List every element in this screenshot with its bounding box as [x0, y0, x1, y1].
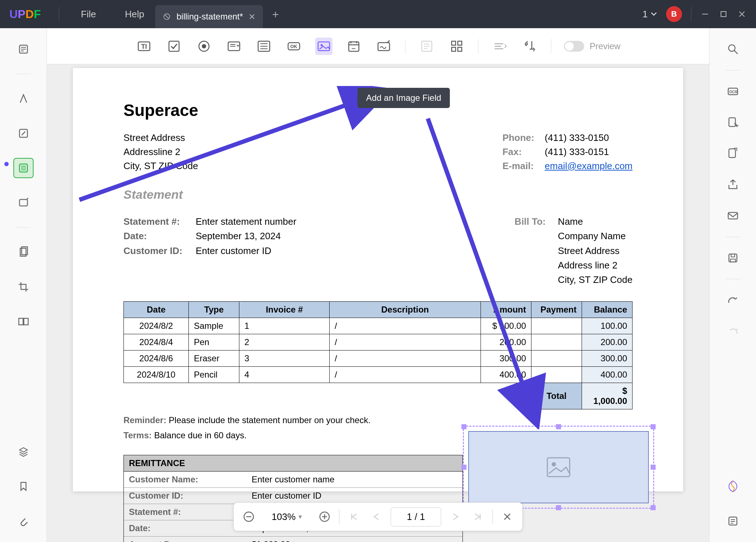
image-field-icon[interactable]	[315, 38, 333, 55]
zoom-in-icon[interactable]	[317, 509, 333, 525]
table-row: 2024/8/6Eraser3/300.00300.00	[124, 350, 633, 367]
button-field-icon[interactable]: OK	[285, 38, 303, 55]
edit-tool-icon[interactable]	[13, 123, 34, 143]
image-field-placeholder[interactable]	[463, 426, 654, 509]
preview-toggle[interactable]: Preview	[564, 41, 620, 52]
compare-icon[interactable]	[13, 311, 34, 332]
left-sidebar	[0, 28, 47, 542]
company-address: Street Address Addressline 2 City, ST ZI…	[123, 131, 198, 173]
crop-tool-icon[interactable]	[13, 277, 34, 297]
form-toolbar: TI OK ••• Preview	[47, 28, 709, 64]
remittance-row: Amount Due:$1,000.00	[124, 537, 462, 542]
separator	[59, 7, 59, 21]
remittance-row: Customer Name:Enter customer name	[124, 472, 462, 488]
svg-rect-27	[452, 47, 456, 51]
toggle-switch[interactable]	[564, 41, 584, 52]
bookmark-icon[interactable]	[13, 476, 34, 496]
company-contact: Phone: (411) 333-0150 Fax: (411) 333-015…	[503, 131, 633, 173]
document-canvas[interactable]: Superace Street Address Addressline 2 Ci…	[47, 64, 709, 542]
prev-page-icon[interactable]	[368, 509, 384, 525]
page-indicator[interactable]: 1 / 1	[391, 507, 441, 526]
checkbox-field-icon[interactable]	[165, 38, 183, 55]
bill-to-info: Bill To: NameCompany NameStreet AddressA…	[514, 214, 633, 287]
comment-tool-icon[interactable]	[13, 89, 34, 109]
date-field-icon[interactable]: •••	[345, 38, 362, 55]
active-indicator	[4, 162, 9, 166]
zoom-level[interactable]: 103%▾	[263, 511, 310, 522]
svg-rect-5	[19, 199, 27, 206]
user-avatar[interactable]: B	[666, 6, 682, 22]
menu-help[interactable]: Help	[110, 9, 158, 20]
image-placeholder-icon	[546, 456, 571, 478]
layers-icon[interactable]	[13, 442, 34, 462]
maximize-icon[interactable]	[719, 9, 728, 19]
svg-rect-1	[721, 12, 726, 17]
fill-sign-icon[interactable]	[13, 193, 34, 213]
tools-icon[interactable]	[521, 38, 538, 55]
svg-rect-40	[728, 212, 738, 219]
svg-point-14	[202, 44, 206, 48]
zoom-out-icon[interactable]	[241, 509, 257, 525]
align-icon[interactable]	[491, 38, 508, 55]
share-icon[interactable]	[723, 175, 743, 195]
remittance-row: Customer ID:Enter customer ID	[124, 488, 462, 504]
attachment-icon[interactable]	[13, 511, 34, 531]
svg-rect-12	[169, 41, 179, 51]
svg-rect-39	[729, 149, 735, 158]
title-bar: UPDF File Help billing-statement* ＋ 1 B	[0, 0, 756, 28]
svg-rect-25	[452, 41, 456, 45]
tab-title: billing-statement*	[177, 12, 243, 22]
svg-rect-26	[458, 41, 462, 45]
minimize-icon[interactable]	[700, 9, 710, 19]
dropdown-field-icon[interactable]	[225, 38, 243, 55]
ai-icon[interactable]	[723, 476, 743, 496]
close-bar-icon[interactable]	[499, 509, 515, 525]
document-tab[interactable]: billing-statement*	[155, 5, 263, 28]
svg-text:OK: OK	[290, 44, 297, 49]
last-page-icon[interactable]	[470, 509, 486, 525]
search-icon[interactable]	[723, 39, 743, 59]
right-sidebar: OCR	[709, 28, 756, 542]
svg-point-35	[729, 45, 735, 51]
pdf-page[interactable]: Superace Street Address Addressline 2 Ci…	[73, 68, 683, 491]
next-page-icon[interactable]	[448, 509, 464, 525]
grid-icon[interactable]	[448, 38, 465, 55]
tab-strip: billing-statement* ＋	[155, 0, 281, 28]
statement-header: Statement	[123, 188, 633, 202]
svg-point-32	[552, 462, 556, 466]
new-tab-button[interactable]: ＋	[270, 7, 281, 22]
radio-field-icon[interactable]	[195, 38, 213, 55]
redo-icon[interactable]	[723, 321, 743, 341]
svg-rect-23	[378, 43, 390, 51]
first-page-icon[interactable]	[346, 509, 362, 525]
page-navigation-bar: 103%▾ 1 / 1	[233, 502, 523, 531]
signature-field-icon[interactable]	[375, 38, 392, 55]
separator	[691, 7, 691, 21]
convert-icon[interactable]	[723, 112, 743, 133]
document-tab-icon	[162, 12, 171, 21]
svg-point-20	[321, 44, 323, 46]
email-icon[interactable]	[723, 206, 743, 226]
svg-rect-38	[729, 118, 735, 126]
notes-icon[interactable]	[723, 511, 743, 531]
document-count[interactable]: 1	[643, 9, 657, 20]
save-icon[interactable]	[723, 248, 743, 268]
app-logo: UPDF	[9, 8, 41, 21]
ocr-icon[interactable]: OCR	[723, 81, 743, 102]
text-field-icon[interactable]: TI	[135, 38, 153, 55]
export-icon[interactable]	[723, 143, 743, 164]
form-tool-icon[interactable]	[13, 158, 34, 178]
form-recognition-icon[interactable]	[418, 38, 435, 55]
tab-close-icon[interactable]	[248, 13, 256, 20]
menu-file[interactable]: File	[66, 9, 110, 20]
email-link[interactable]: email@example.com	[545, 160, 633, 171]
listbox-field-icon[interactable]	[255, 38, 273, 55]
svg-rect-28	[458, 47, 462, 51]
table-row: 2024/8/10Pencil4/400.00400.00	[124, 367, 633, 383]
statement-info: Statement #:Enter statement number Date:…	[123, 214, 296, 287]
close-icon[interactable]	[737, 9, 747, 19]
organize-pages-icon[interactable]	[13, 242, 34, 262]
reader-mode-icon[interactable]	[13, 39, 34, 59]
table-row: 2024/8/2Sample1/$ 100.00100.00	[124, 318, 633, 334]
undo-icon[interactable]	[723, 290, 743, 310]
